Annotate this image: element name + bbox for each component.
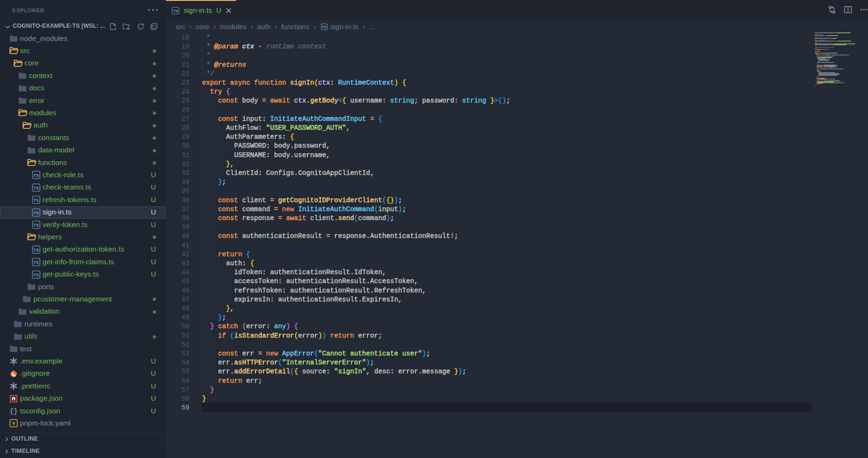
svg-text:TS: TS bbox=[33, 248, 39, 253]
svg-text:TS: TS bbox=[33, 210, 39, 215]
svg-text:Y: Y bbox=[12, 421, 15, 426]
svg-text:TS: TS bbox=[33, 186, 39, 190]
svg-text:TS: TS bbox=[33, 173, 39, 178]
svg-text:{}: {} bbox=[9, 408, 17, 415]
svg-text:TS: TS bbox=[33, 260, 39, 265]
svg-text:TS: TS bbox=[33, 198, 39, 203]
svg-text:TS: TS bbox=[173, 9, 178, 13]
svg-text:TS: TS bbox=[33, 223, 39, 228]
svg-text:TS: TS bbox=[322, 25, 327, 29]
svg-text:TS: TS bbox=[33, 272, 39, 277]
